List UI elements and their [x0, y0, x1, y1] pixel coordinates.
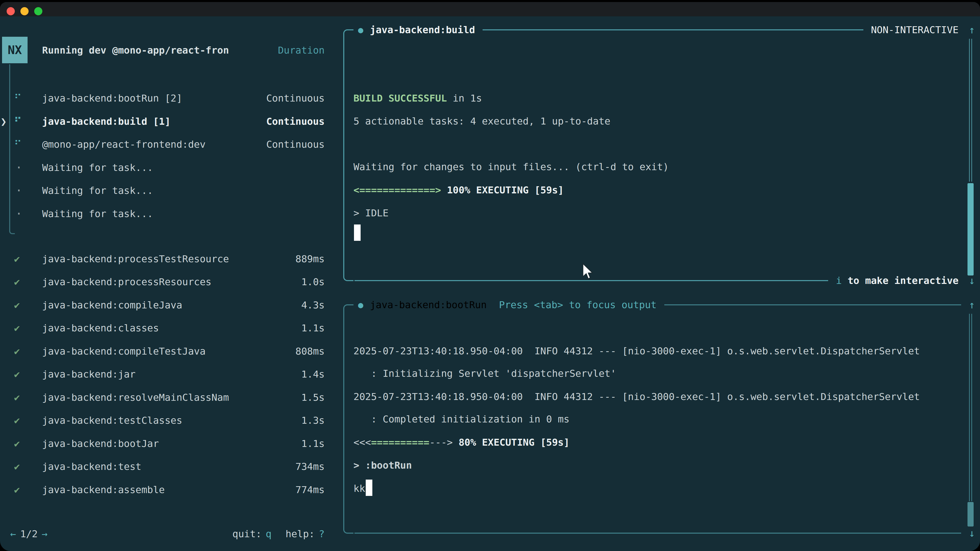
scroll-up-icon[interactable]: ↑ [969, 24, 975, 36]
gradle-progress-bar: <=============>100% EXECUTING [59s] [353, 183, 564, 197]
spinner-icon: ⠋ [14, 116, 21, 127]
help-key[interactable]: ? [319, 528, 325, 540]
task-row-completed[interactable]: ✔ java-backend:test 734ms [0, 455, 339, 478]
check-icon: ✔ [14, 276, 20, 287]
window-titlebar[interactable] [0, 2, 980, 16]
task-row-build-selected[interactable]: ❯ ⠋ java-backend:build [1] Continuous [0, 110, 339, 133]
build-result-line: BUILD SUCCESSFUL in 1s [353, 91, 482, 105]
pager: ←1/2→ [10, 528, 48, 540]
check-icon: ✔ [14, 300, 20, 311]
task-duration: 889ms [296, 253, 325, 265]
keyboard-hints: quit:q help:? [232, 528, 325, 540]
check-icon: ✔ [14, 368, 20, 380]
task-duration: 734ms [296, 461, 325, 472]
completed-task-list: ✔ java-backend:processTestResource 889ms… [0, 248, 339, 502]
interactive-hint-text: to make interactive [842, 275, 959, 286]
help-label: help: [286, 528, 315, 540]
scroll-down-icon[interactable]: ↓ [969, 275, 975, 286]
task-row-completed[interactable]: ✔ java-backend:processResources 1.0s [0, 270, 339, 294]
task-name: java-backend:compileJava [42, 300, 301, 311]
task-name: Waiting for task... [42, 185, 325, 196]
bootrun-pane-left-border [343, 313, 344, 524]
check-icon: ✔ [14, 253, 20, 265]
check-icon: ✔ [14, 438, 20, 449]
task-name: java-backend:classes [42, 322, 301, 333]
tasks-summary-line: 5 actionable tasks: 4 executed, 1 up-to-… [353, 114, 611, 128]
check-icon: ✔ [14, 484, 20, 495]
task-name: java-backend:jar [42, 368, 301, 380]
task-row-completed[interactable]: ✔ java-backend:compileJava 4.3s [0, 294, 339, 317]
task-duration: 4.3s [301, 300, 325, 311]
duration-column-header: Duration [278, 44, 325, 56]
task-row-completed[interactable]: ✔ java-backend:jar 1.4s [0, 363, 339, 386]
build-pane-border-corner [343, 271, 353, 281]
close-button[interactable] [6, 7, 15, 15]
text-cursor [354, 224, 361, 241]
task-status: Continuous [266, 93, 325, 104]
build-pane-scrollbar-track[interactable] [969, 39, 972, 182]
task-row-completed[interactable]: ✔ java-backend:processTestResource 889ms [0, 248, 339, 271]
zoom-button[interactable] [34, 7, 42, 15]
build-pane-scrollbar-thumb[interactable] [967, 183, 974, 275]
task-name: @mono-app/react-frontend:dev [42, 139, 266, 150]
pane-border-line [483, 29, 863, 30]
task-name: java-backend:processResources [42, 276, 301, 287]
check-icon: ✔ [14, 346, 20, 357]
check-icon: ✔ [14, 392, 20, 403]
waiting-dot-icon: · [15, 207, 22, 221]
spinner-icon: ⠋ [14, 92, 21, 104]
bootrun-pane-scrollbar-track[interactable] [969, 314, 972, 501]
task-row-completed[interactable]: ✔ java-backend:resolveMainClassNam 1.5s [0, 386, 339, 409]
text-cursor [366, 480, 372, 496]
bootrun-prompt-line: > :bootRun [353, 458, 412, 472]
pager-next-icon[interactable]: → [42, 528, 48, 540]
task-name: java-backend:test [42, 461, 296, 472]
waiting-dot-icon: · [15, 161, 22, 175]
task-row-waiting[interactable]: · Waiting for task... [0, 179, 339, 202]
sidebar-header: Running dev @mono-app/react-fron Duratio… [42, 43, 325, 58]
task-duration: 1.0s [301, 276, 325, 287]
interactive-hint-key[interactable]: i [836, 275, 842, 286]
task-row-completed[interactable]: ✔ java-backend:bootJar 1.1s [0, 432, 339, 455]
task-name: Waiting for task... [42, 208, 325, 219]
minimize-button[interactable] [21, 7, 29, 15]
task-name: java-backend:bootJar [42, 438, 301, 449]
task-row-completed[interactable]: ✔ java-backend:assemble 774ms [0, 478, 339, 502]
task-duration: 1.1s [301, 438, 325, 449]
log-line: 2025-07-23T13:40:18.950-04:00 INFO 44312… [353, 389, 920, 404]
log-line: : Completed initialization in 0 ms [353, 412, 570, 426]
scroll-up-icon[interactable]: ↑ [969, 299, 975, 311]
pane-border-line [355, 533, 961, 534]
task-name: java-backend:resolveMainClassNam [42, 392, 301, 403]
log-line: 2025-07-23T13:40:18.950-04:00 INFO 44312… [353, 344, 920, 358]
task-name: java-backend:build [1] [42, 116, 266, 127]
pane-bullet-icon: ● [358, 300, 363, 310]
bootrun-pane-scrollbar-thumb[interactable] [967, 502, 974, 527]
spinner-icon: ⠋ [14, 138, 21, 150]
task-duration: 1.3s [301, 415, 325, 426]
log-line: : Initializing Servlet 'dispatcherServle… [353, 366, 616, 381]
task-row-frontend-dev[interactable]: ⠋ @mono-app/react-frontend:dev Continuou… [0, 133, 339, 156]
bootrun-pane-border-corner [343, 524, 353, 534]
task-name: java-backend:compileTestJava [42, 346, 296, 357]
waiting-line: Waiting for changes to input files... (c… [353, 160, 669, 174]
typed-input-text: kk [353, 481, 365, 495]
selection-arrow-icon: ❯ [0, 116, 6, 127]
non-interactive-badge: NON-INTERACTIVE [871, 24, 959, 35]
bootrun-pane-border-corner [343, 304, 353, 314]
task-duration: 808ms [296, 346, 325, 357]
task-row-completed[interactable]: ✔ java-backend:compileTestJava 808ms [0, 340, 339, 363]
build-pane-title: java-backend:build [370, 24, 475, 35]
bootrun-pane-title: java-backend:bootRun [370, 299, 487, 310]
task-row-completed[interactable]: ✔ java-backend:testClasses 1.3s [0, 409, 339, 432]
task-row-completed[interactable]: ✔ java-backend:classes 1.1s [0, 317, 339, 340]
task-row-waiting[interactable]: · Waiting for task... [0, 156, 339, 179]
task-row-waiting[interactable]: · Waiting for task... [0, 202, 339, 225]
scroll-down-icon[interactable]: ↓ [969, 527, 975, 539]
quit-key[interactable]: q [266, 528, 272, 540]
task-status: Continuous [266, 139, 325, 150]
pager-prev-icon[interactable]: ← [10, 528, 16, 540]
task-row-bootrun[interactable]: ⠋ java-backend:bootRun [2] Continuous [0, 87, 339, 110]
bootrun-pane-footer: ↓ [355, 527, 975, 540]
check-icon: ✔ [14, 322, 20, 333]
